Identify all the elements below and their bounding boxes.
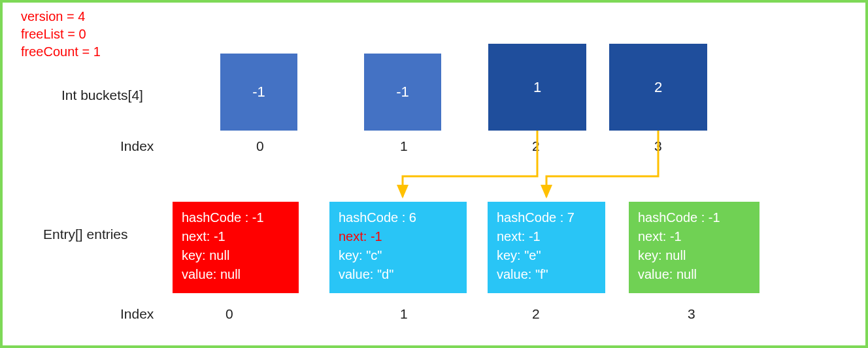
entry0-hash: hashCode : -1 (182, 208, 290, 227)
bucket-2: 1 (488, 44, 586, 131)
entry2-hash: hashCode : 7 (497, 208, 596, 227)
entry-0: hashCode : -1 next: -1 key: null value: … (173, 202, 299, 293)
entry-1: hashCode : 6 next: -1 key: "c" value: "d… (329, 202, 467, 293)
entry-index-0: 0 (225, 306, 233, 322)
buckets-label: Int buckets[4] (61, 87, 143, 103)
freelist-line: freeList = 0 (21, 25, 101, 43)
entry1-value: value: "d" (339, 265, 458, 284)
version-line: version = 4 (21, 8, 101, 25)
freecount-line: freeCount = 1 (21, 43, 101, 61)
bucket-index-0: 0 (256, 138, 264, 154)
bucket-1: -1 (364, 54, 441, 131)
bucket-index-2: 2 (532, 138, 540, 154)
entry-index-2: 2 (532, 306, 540, 322)
entry2-next: next: -1 (497, 227, 596, 246)
entry0-value: value: null (182, 265, 290, 284)
entry1-key: key: "c" (339, 246, 458, 265)
entry1-hash: hashCode : 6 (339, 208, 458, 227)
entry-index-3: 3 (688, 306, 695, 322)
entry-2: hashCode : 7 next: -1 key: "e" value: "f… (488, 202, 605, 293)
entry2-value: value: "f" (497, 265, 596, 284)
bucket-index-1: 1 (400, 138, 408, 154)
index-label-bottom: Index (120, 306, 154, 322)
entry2-key: key: "e" (497, 246, 596, 265)
entry-index-1: 1 (400, 306, 408, 322)
arrow-bucket3-to-entry2 (546, 131, 658, 197)
entry3-next: next: -1 (638, 227, 750, 246)
entry3-key: key: null (638, 246, 750, 265)
entry0-next: next: -1 (182, 227, 290, 246)
entry3-hash: hashCode : -1 (638, 208, 750, 227)
bucket-0: -1 (220, 54, 297, 131)
bucket-index-3: 3 (654, 138, 662, 154)
entry0-key: key: null (182, 246, 290, 265)
index-label-top: Index (120, 138, 154, 154)
entries-label: Entry[] entries (43, 227, 128, 242)
diagram-frame: version = 4 freeList = 0 freeCount = 1 I… (0, 0, 868, 348)
arrow-bucket2-to-entry1 (403, 131, 537, 197)
entry3-value: value: null (638, 265, 750, 284)
bucket-3: 2 (609, 44, 707, 131)
entry1-next: next: -1 (339, 227, 458, 246)
entry-3: hashCode : -1 next: -1 key: null value: … (629, 202, 760, 293)
meta-block: version = 4 freeList = 0 freeCount = 1 (21, 8, 101, 61)
